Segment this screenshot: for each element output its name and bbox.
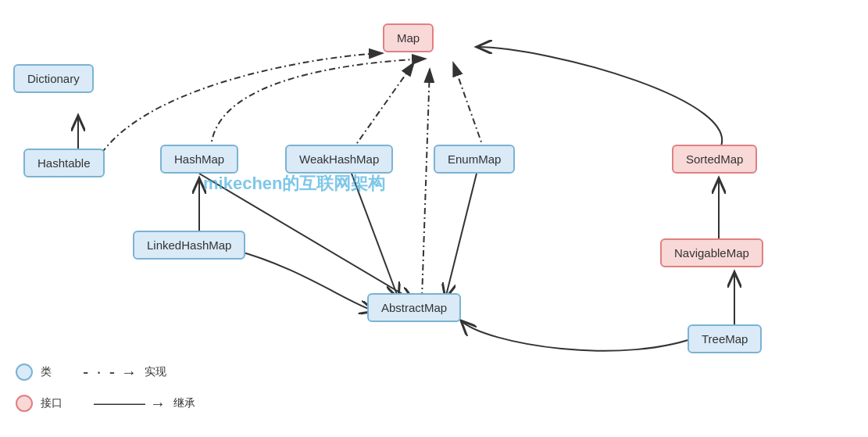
node-abstractmap: AbstractMap xyxy=(367,293,461,322)
legend-blue-label: 类 xyxy=(41,365,52,379)
legend-pink-label: 接口 xyxy=(41,396,63,410)
watermark: mikechen的互联网架构 xyxy=(203,172,386,195)
node-weakhashmap: WeakHashMap xyxy=(285,145,393,174)
node-navigablemap: NavigableMap xyxy=(660,238,763,267)
legend-row-1: 类 - · - → 实现 xyxy=(16,362,195,382)
node-enummap: EnumMap xyxy=(434,145,515,174)
legend-solid-label: 继承 xyxy=(173,396,195,410)
diagram-container: Dictionary Hashtable HashMap LinkedHashM… xyxy=(0,0,868,437)
svg-line-8 xyxy=(445,174,477,299)
svg-line-6 xyxy=(352,174,398,299)
node-treemap: TreeMap xyxy=(688,324,762,353)
legend-dash-label: 实现 xyxy=(145,365,166,379)
legend-pink: 接口 xyxy=(16,395,63,412)
legend: 类 - · - → 实现 接口 ——— → 继承 xyxy=(16,362,195,414)
legend-blue-circle xyxy=(16,364,33,381)
legend-solid: ——— → 继承 xyxy=(94,393,195,414)
node-linkedhashmap: LinkedHashMap xyxy=(133,231,245,260)
svg-line-5 xyxy=(352,63,414,151)
legend-dash: - · - → 实现 xyxy=(83,362,166,382)
svg-line-7 xyxy=(453,63,484,151)
legend-blue: 类 xyxy=(16,364,52,381)
node-sortedmap: SortedMap xyxy=(672,145,757,174)
node-hashmap: HashMap xyxy=(160,145,238,174)
node-map: Map xyxy=(383,23,434,52)
legend-row-2: 接口 ——— → 继承 xyxy=(16,393,195,414)
legend-pink-circle xyxy=(16,395,33,412)
node-dictionary: Dictionary xyxy=(13,64,94,93)
node-hashtable: Hashtable xyxy=(23,149,105,177)
svg-line-9 xyxy=(422,69,430,299)
